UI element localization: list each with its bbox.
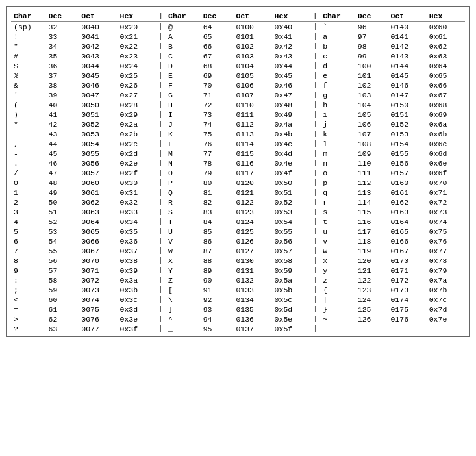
table-cell: 119	[355, 246, 388, 256]
table-cell: 0x57	[272, 246, 310, 256]
table-row: %3700450x25|E6901050x45|e10101450x65	[11, 71, 465, 81]
table-cell: 0050	[79, 100, 117, 110]
table-cell: 0x2c	[118, 139, 156, 149]
table-cell: l	[320, 139, 355, 149]
table-cell: 0057	[79, 168, 117, 178]
table-cell: 0067	[79, 246, 117, 256]
table-cell: 0054	[79, 139, 117, 149]
table-cell: |	[156, 71, 166, 81]
table-cell: 0x64	[427, 61, 465, 71]
table-cell: 42	[46, 120, 79, 129]
table-cell: 0073	[79, 285, 117, 295]
table-cell: 124	[355, 295, 388, 305]
table-cell: 0047	[79, 90, 117, 100]
table-cell: 0051	[79, 110, 117, 120]
table-cell: x	[320, 256, 355, 266]
table-cell: 0172	[388, 275, 427, 285]
table-cell: 0106	[233, 81, 271, 90]
table-cell: |	[310, 197, 320, 207]
table-cell: 0062	[79, 197, 117, 207]
table-cell: 0x37	[118, 246, 156, 256]
table-cell: v	[320, 236, 355, 246]
table-cell: 0065	[79, 227, 117, 236]
table-cell: 0123	[233, 207, 271, 217]
header-sep-1: |	[156, 10, 166, 22]
table-cell: G	[166, 90, 201, 100]
table-cell: 0061	[79, 188, 117, 197]
table-cell: 0x77	[427, 246, 465, 256]
table-cell: 0173	[388, 285, 427, 295]
table-cell: 88	[201, 256, 234, 266]
table-cell: 63	[46, 324, 79, 334]
table-cell: 7	[11, 246, 46, 256]
table-cell: |	[156, 188, 166, 197]
table-cell: 123	[355, 285, 388, 295]
table-cell: }	[320, 305, 355, 314]
table-row: *4200520x2a|J7401120x4a|j10601520x6a	[11, 120, 465, 129]
table-cell: 117	[355, 227, 388, 236]
table-cell: 0x72	[427, 197, 465, 207]
table-cell: 0x4d	[272, 149, 310, 158]
table-cell: 8	[11, 256, 46, 266]
table-cell: o	[320, 168, 355, 178]
table-cell: 0122	[233, 197, 271, 207]
table-cell: 113	[355, 188, 388, 197]
table-cell: 0072	[79, 275, 117, 285]
table-cell: 126	[355, 314, 388, 324]
table-cell: |	[156, 81, 166, 90]
table-cell: 0x32	[118, 197, 156, 207]
table-cell: 0124	[233, 217, 271, 227]
table-row: !3300410x21|A6501010x41|a9701410x61	[11, 32, 465, 42]
table-cell: |	[310, 324, 320, 334]
table-cell: Y	[166, 266, 201, 275]
table-cell: 71	[201, 90, 234, 100]
table-cell: J	[166, 120, 201, 129]
table-cell: 0103	[233, 51, 271, 61]
table-cell: 82	[201, 197, 234, 207]
table-cell: 0x74	[427, 217, 465, 227]
table-cell: |	[156, 139, 166, 149]
table-row: ?6300770x3f|_9501370x5f|	[11, 324, 465, 334]
table-row: $3600440x24|D6801040x44|d10001440x64	[11, 61, 465, 71]
table-cell: 0x66	[427, 81, 465, 90]
table-cell: 1	[11, 188, 46, 197]
table-cell: 60	[46, 295, 79, 305]
table-cell: 0160	[388, 178, 427, 188]
header-char-2: Char	[166, 10, 201, 22]
table-cell: 91	[201, 285, 234, 295]
table-cell: 0110	[233, 100, 271, 110]
table-cell: 0x22	[118, 42, 156, 51]
table-cell: 102	[355, 81, 388, 90]
table-cell: 0x20	[118, 22, 156, 32]
table-cell: |	[156, 217, 166, 227]
table-cell: 0x48	[272, 100, 310, 110]
table-cell: 73	[201, 110, 234, 120]
table-cell: |	[310, 22, 320, 32]
table-cell: 0x28	[118, 100, 156, 110]
table-cell: T	[166, 217, 201, 227]
table-cell: 64	[201, 22, 234, 32]
table-cell: 0041	[79, 32, 117, 42]
table-row: #3500430x23|C6701030x43|c9901430x63	[11, 51, 465, 61]
table-cell: 51	[46, 207, 79, 217]
table-row: (4000500x28|H7201100x48|h10401500x68	[11, 100, 465, 110]
table-cell: 39	[46, 90, 79, 100]
table-cell: 80	[201, 178, 234, 188]
table-cell: |	[310, 227, 320, 236]
table-row: :5800720x3a|Z9001320x5a|z12201720x7a	[11, 275, 465, 285]
table-cell: |	[310, 129, 320, 139]
table-row: +4300530x2b|K7501130x4b|k10701530x6b	[11, 129, 465, 139]
table-cell: 0x41	[272, 32, 310, 42]
table-cell: 104	[355, 100, 388, 110]
table-cell: 0165	[388, 227, 427, 236]
table-cell: 0125	[233, 227, 271, 236]
table-cell: 0147	[388, 90, 427, 100]
table-cell: 110	[355, 158, 388, 168]
table-cell: B	[166, 42, 201, 51]
table-cell: 0x24	[118, 61, 156, 71]
header-oct-3: Oct	[388, 10, 427, 22]
table-cell: 0060	[79, 178, 117, 188]
table-cell: 0x42	[272, 42, 310, 51]
table-cell: (	[11, 100, 46, 110]
table-cell: 0x69	[427, 110, 465, 120]
